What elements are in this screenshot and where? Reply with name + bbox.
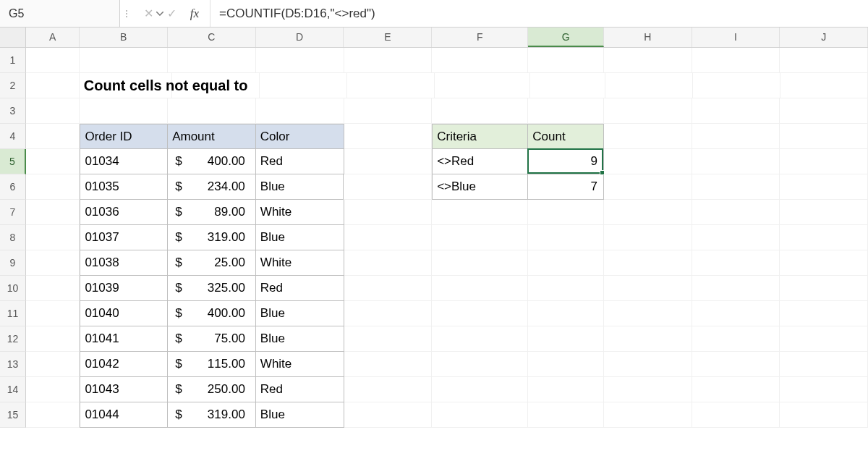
cell-J14[interactable]	[780, 377, 868, 402]
cell-E11[interactable]	[344, 301, 433, 326]
row-header-2[interactable]: 2	[0, 73, 26, 98]
cell-E1[interactable]	[344, 48, 433, 73]
cell-E12[interactable]	[344, 326, 433, 352]
cancel-button[interactable]: ✕	[137, 3, 159, 25]
cell-E6[interactable]	[344, 174, 432, 200]
cell-H11[interactable]	[604, 301, 692, 326]
cell-J1[interactable]	[780, 48, 868, 73]
cell-D7[interactable]: White	[256, 200, 344, 225]
cell-D2[interactable]	[260, 73, 347, 98]
cell-D3[interactable]	[256, 98, 344, 124]
cell-F9[interactable]	[432, 250, 528, 276]
col-header-G[interactable]: G	[528, 28, 604, 47]
cell-I10[interactable]	[692, 276, 780, 301]
enter-button[interactable]: ✓	[161, 3, 182, 25]
cell-B5[interactable]: 01034	[80, 149, 168, 174]
row-header-11[interactable]: 11	[0, 301, 26, 326]
cell-B15[interactable]: 01044	[80, 402, 168, 428]
cell-I4[interactable]	[692, 124, 780, 149]
cell-H4[interactable]	[604, 124, 692, 149]
row-header-1[interactable]: 1	[0, 48, 26, 73]
cell-J7[interactable]	[780, 200, 868, 225]
cell-G7[interactable]	[528, 200, 604, 225]
cell-C15[interactable]: $319.00	[168, 402, 256, 428]
cell-F5[interactable]: <>Red	[432, 149, 528, 174]
cell-F10[interactable]	[432, 276, 528, 301]
cell-A2[interactable]	[26, 73, 80, 98]
cell-A13[interactable]	[26, 352, 80, 377]
cell-F7[interactable]	[432, 200, 528, 225]
cell-D12[interactable]: Blue	[256, 326, 344, 352]
row-header-4[interactable]: 4	[0, 124, 26, 149]
cell-A8[interactable]	[26, 225, 80, 250]
cell-B7[interactable]: 01036	[80, 200, 168, 225]
cell-A5[interactable]	[26, 149, 80, 174]
cell-A12[interactable]	[26, 326, 80, 352]
cell-G15[interactable]	[528, 402, 604, 428]
cell-I12[interactable]	[692, 326, 780, 352]
cell-E13[interactable]	[344, 352, 433, 377]
cell-A11[interactable]	[26, 301, 80, 326]
cell-I5[interactable]	[692, 149, 780, 174]
cell-F6[interactable]: <>Blue	[432, 174, 528, 200]
cell-G4[interactable]: Count	[528, 124, 604, 149]
cell-J4[interactable]	[780, 124, 868, 149]
row-header-5[interactable]: 5	[0, 149, 26, 174]
insert-function-button[interactable]: fx	[184, 3, 205, 25]
cell-H14[interactable]	[604, 377, 692, 402]
cell-I7[interactable]	[692, 200, 780, 225]
cell-F1[interactable]	[432, 48, 528, 73]
cell-G9[interactable]	[528, 250, 604, 276]
cell-I9[interactable]	[692, 250, 780, 276]
cell-J6[interactable]	[780, 174, 868, 200]
cell-I11[interactable]	[692, 301, 780, 326]
cell-I8[interactable]	[692, 225, 780, 250]
cell-B6[interactable]: 01035	[80, 174, 168, 200]
cell-A7[interactable]	[26, 200, 80, 225]
cell-A15[interactable]	[26, 402, 80, 428]
cell-E5[interactable]	[344, 149, 433, 174]
cell-D6[interactable]: Blue	[256, 174, 344, 200]
cell-E10[interactable]	[344, 276, 433, 301]
cell-B3[interactable]	[80, 98, 168, 124]
col-header-F[interactable]: F	[432, 28, 528, 47]
cell-B10[interactable]: 01039	[80, 276, 168, 301]
cell-I2[interactable]	[693, 73, 780, 98]
col-header-C[interactable]: C	[168, 28, 256, 47]
divider-handle[interactable]	[120, 0, 133, 27]
row-header-3[interactable]: 3	[0, 98, 26, 124]
cell-I1[interactable]	[692, 48, 780, 73]
cell-E14[interactable]	[344, 377, 433, 402]
cell-B2[interactable]: Count cells not equal to	[80, 73, 172, 98]
cell-F15[interactable]	[432, 402, 528, 428]
row-header-7[interactable]: 7	[0, 200, 26, 225]
cell-A6[interactable]	[26, 174, 80, 200]
cell-J10[interactable]	[780, 276, 868, 301]
cell-G14[interactable]	[528, 377, 604, 402]
col-header-D[interactable]: D	[256, 28, 344, 47]
cell-H5[interactable]	[604, 149, 692, 174]
cell-C3[interactable]	[168, 98, 256, 124]
row-header-6[interactable]: 6	[0, 174, 26, 200]
cell-C10[interactable]: $325.00	[168, 276, 256, 301]
row-header-9[interactable]: 9	[0, 250, 26, 276]
cell-G8[interactable]	[528, 225, 604, 250]
cell-C13[interactable]: $115.00	[168, 352, 256, 377]
cell-A10[interactable]	[26, 276, 80, 301]
cell-F13[interactable]	[432, 352, 528, 377]
cell-H2[interactable]	[605, 73, 693, 98]
cell-D8[interactable]: Blue	[256, 225, 344, 250]
col-header-A[interactable]: A	[26, 28, 80, 47]
cell-I3[interactable]	[692, 98, 780, 124]
col-header-B[interactable]: B	[80, 28, 168, 47]
cell-H9[interactable]	[604, 250, 692, 276]
cell-G5[interactable]: 9	[528, 149, 604, 174]
cell-F14[interactable]	[432, 377, 528, 402]
cell-D11[interactable]: Blue	[256, 301, 344, 326]
cell-B14[interactable]: 01043	[80, 377, 168, 402]
cell-C8[interactable]: $319.00	[168, 225, 256, 250]
cell-C6[interactable]: $234.00	[168, 174, 256, 200]
cell-B11[interactable]: 01040	[80, 301, 168, 326]
cell-C14[interactable]: $250.00	[168, 377, 256, 402]
cell-F4[interactable]: Criteria	[432, 124, 528, 149]
